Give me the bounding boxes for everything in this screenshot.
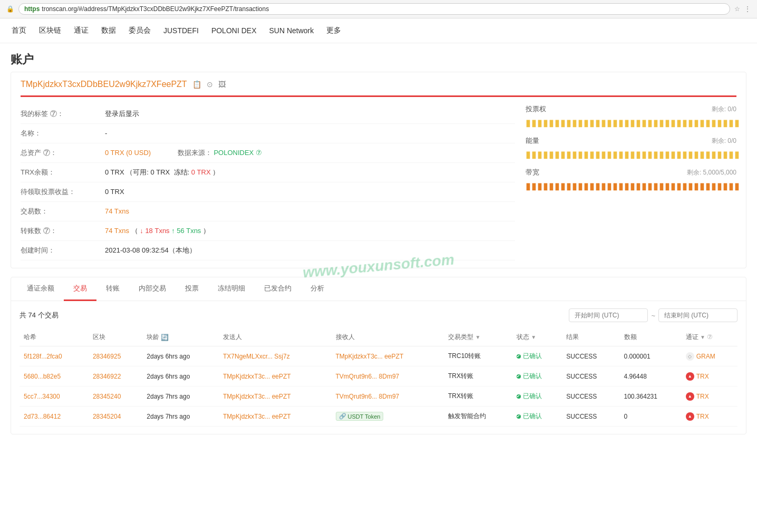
nav-home[interactable]: 首页 <box>11 24 27 37</box>
from-link-4[interactable]: TMpKjdzkxT3c... eePZT <box>223 413 291 420</box>
time-filter: ~ <box>569 308 737 322</box>
page-title-section: 账户 <box>0 43 757 72</box>
address-hash: TMpKjdzkxT3cxDDbBEU2w9Kjkz7XFeePZT <box>21 80 187 89</box>
block-link-2[interactable]: 28346922 <box>93 373 121 380</box>
nav-committee[interactable]: 委员会 <box>128 24 152 37</box>
block-link-1[interactable]: 28346925 <box>93 353 121 360</box>
table-row: 5cc7...34300 28345240 2days 7hrs ago TMp… <box>20 386 737 407</box>
nav-sun-network[interactable]: SUN Network <box>268 24 315 37</box>
block-link-3[interactable]: 28345240 <box>93 393 121 400</box>
token-trx-label-2[interactable]: TRX <box>696 373 709 380</box>
energy-header: 能量 剩余: 0/0 <box>526 136 736 146</box>
refresh-icon[interactable]: 🔄 <box>161 334 169 341</box>
end-time-input[interactable] <box>658 308 737 322</box>
from-link-1[interactable]: TX7NgeMLXxcr... Ssj7z <box>223 353 290 360</box>
token-gram: ◇ GRAM <box>686 352 733 361</box>
value-name: - <box>105 129 515 137</box>
cell-to: TMpKjdzkxT3c... eePZT <box>332 346 444 366</box>
token-help-icon[interactable]: ⑦ <box>707 333 713 341</box>
to-link-2[interactable]: TVmQrut9n6... 8Dm97 <box>336 373 400 380</box>
cell-result: SUCCESS <box>562 407 619 427</box>
menu-icon[interactable]: ⋮ <box>744 5 751 13</box>
tab-transactions[interactable]: 交易 <box>64 277 96 301</box>
from-link-2[interactable]: TMpKjdzkxT3c... eePZT <box>223 373 291 380</box>
to-link-1[interactable]: TMpKjdzkxT3c... eePZT <box>336 353 404 360</box>
transactions-table: 哈希 区块 块龄 🔄 发送人 接收人 交易类型 ▼ <box>20 328 737 427</box>
source-polonidex[interactable]: POLONIDEX ⑦ <box>213 149 261 157</box>
status-label-3: 已确认 <box>523 392 542 401</box>
page-title: 账户 <box>11 52 746 67</box>
down-txns: ↓ 18 Txns <box>140 227 169 235</box>
nav-more[interactable]: 更多 <box>325 24 342 37</box>
hash-link-1[interactable]: 5f128f...2fca0 <box>24 353 62 360</box>
bandwidth-bar: ▮▮▮▮▮▮▮▮▮▮▮▮▮▮▮▮▮▮▮▮▮▮▮▮▮▮▮▮▮▮▮▮▮▮▮▮▮ <box>526 180 736 192</box>
energy-title: 能量 <box>526 136 539 146</box>
token-trx-label-4[interactable]: TRX <box>696 413 709 420</box>
browser-bar: 🔒 https tronscan.org/#/address/TMpKjdzkx… <box>0 0 757 18</box>
cell-to: TVmQrut9n6... 8Dm97 <box>332 366 444 386</box>
cell-amount: 0.000001 <box>620 346 682 366</box>
col-age[interactable]: 块龄 🔄 <box>142 328 219 346</box>
bookmark-icon[interactable]: ☆ <box>734 5 740 13</box>
tab-internal-transactions[interactable]: 内部交易 <box>129 277 176 301</box>
status-filter-icon[interactable]: ▼ <box>531 334 536 340</box>
token-filter-icon[interactable]: ▼ <box>700 334 705 340</box>
copy-icon[interactable]: 📋 <box>192 80 201 89</box>
info-right: 投票权 剩余: 0/0 ▮▮▮▮▮▮▮▮▮▮▮▮▮▮▮▮▮▮▮▮▮▮▮▮▮▮▮▮… <box>515 104 736 260</box>
qr-icon[interactable]: ⊙ <box>207 80 213 89</box>
to-link-3[interactable]: TVmQrut9n6... 8Dm97 <box>336 393 400 400</box>
energy-remainder: 剩余: 0/0 <box>712 137 736 146</box>
col-type[interactable]: 交易类型 ▼ <box>444 328 512 346</box>
nav-justdefi[interactable]: JUSTDEFI <box>162 24 200 37</box>
nav-data[interactable]: 数据 <box>100 24 117 37</box>
status-label-2: 已确认 <box>523 372 542 381</box>
col-token[interactable]: 通证 ▼ ⑦ <box>682 328 737 346</box>
row-pending-rewards: 待领取投票收益： 0 TRX <box>21 182 515 202</box>
label-name: 名称： <box>21 129 105 138</box>
label-trx-balance: TRX余额： <box>21 168 105 177</box>
cell-age: 2days 7hrs ago <box>142 407 219 427</box>
tab-analytics[interactable]: 分析 <box>301 277 334 301</box>
tab-transfers[interactable]: 转账 <box>96 277 129 301</box>
voting-power-header: 投票权 剩余: 0/0 <box>526 104 736 114</box>
trx-icon-3: ▲ <box>686 392 694 401</box>
start-time-input[interactable] <box>569 308 648 322</box>
tab-freeze-details[interactable]: 冻结明细 <box>208 277 255 301</box>
nav-polonidex[interactable]: POLONI DEX <box>210 24 258 37</box>
voting-power-title: 投票权 <box>526 104 546 114</box>
value-total-assets: 0 TRX (0 USD) 数据来源： POLONIDEX ⑦ <box>105 148 515 158</box>
status-dot-2: ✔ <box>517 374 521 379</box>
hash-link-3[interactable]: 5cc7...34300 <box>24 393 60 400</box>
token-trx-2: ▲ TRX <box>686 372 733 381</box>
usdt-token-badge[interactable]: 🔗 USDT Token <box>336 412 384 421</box>
share-icon[interactable]: 🖼 <box>218 80 226 89</box>
token-gram-label[interactable]: GRAM <box>696 353 715 360</box>
token-trx-4: ▲ TRX <box>686 412 733 421</box>
col-status[interactable]: 状态 ▼ <box>512 328 562 346</box>
nav-blockchain[interactable]: 区块链 <box>38 24 62 37</box>
energy-section: 能量 剩余: 0/0 ▮▮▮▮▮▮▮▮▮▮▮▮▮▮▮▮▮▮▮▮▮▮▮▮▮▮▮▮▮… <box>526 136 736 160</box>
nav-tokens[interactable]: 通证 <box>73 24 90 37</box>
cell-result: SUCCESS <box>562 386 619 407</box>
tab-token-balance[interactable]: 通证余额 <box>17 277 64 301</box>
from-link-3[interactable]: TMpKjdzkxT3c... eePZT <box>223 393 291 400</box>
token-trx-label-3[interactable]: TRX <box>696 393 709 400</box>
voting-power-bar: ▮▮▮▮▮▮▮▮▮▮▮▮▮▮▮▮▮▮▮▮▮▮▮▮▮▮▮▮▮▮▮▮▮▮▮▮▮ <box>526 117 736 129</box>
cell-token: ◇ GRAM <box>682 346 737 366</box>
browser-icons: ☆ ⋮ <box>734 5 751 13</box>
value-created-time: 2021-03-08 09:32:54（本地） <box>105 246 515 255</box>
cell-token: ▲ TRX <box>682 366 737 386</box>
tab-contracts[interactable]: 已发合约 <box>255 277 301 301</box>
bandwidth-header: 带宽 剩余: 5,000/5,000 <box>526 168 736 177</box>
block-link-4[interactable]: 28345204 <box>93 413 121 420</box>
hash-link-4[interactable]: 2d73...86412 <box>24 413 61 420</box>
table-row: 5680...b82e5 28346922 2days 6hrs ago TMp… <box>20 366 737 386</box>
url-bar[interactable]: https tronscan.org/#/address/TMpKjdzkxT3… <box>18 3 730 15</box>
cell-hash: 5cc7...34300 <box>20 386 89 407</box>
usdt-label: USDT Token <box>348 413 381 420</box>
cell-status: ✔ 已确认 <box>512 346 562 366</box>
type-filter-icon[interactable]: ▼ <box>475 334 480 340</box>
hash-link-2[interactable]: 5680...b82e5 <box>24 373 61 380</box>
label-pending-rewards: 待领取投票收益： <box>21 187 105 197</box>
tab-votes[interactable]: 投票 <box>176 277 208 301</box>
